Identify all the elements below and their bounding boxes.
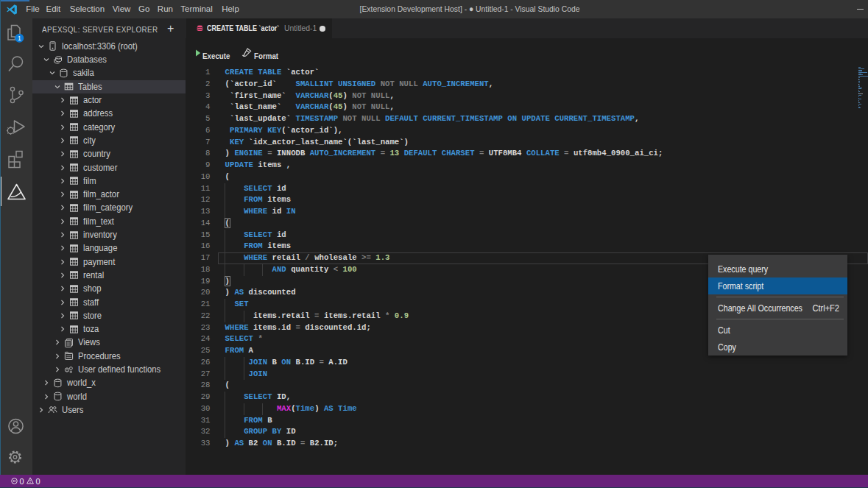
svg-text:1: 1 — [18, 35, 21, 42]
